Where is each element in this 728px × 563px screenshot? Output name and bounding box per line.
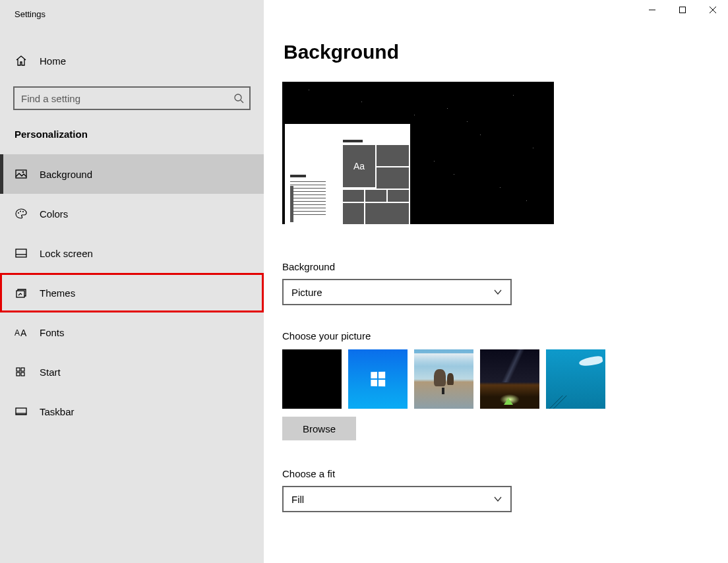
sidebar-item-start[interactable]: Start xyxy=(0,352,264,392)
themes-icon xyxy=(15,286,28,299)
svg-point-3 xyxy=(22,171,24,173)
picture-thumb-2[interactable] xyxy=(348,349,408,409)
picture-thumbnails xyxy=(282,349,728,409)
svg-rect-17 xyxy=(16,413,26,415)
nav-label: Taskbar xyxy=(40,406,75,417)
taskbar-icon xyxy=(15,405,28,418)
main-panel: Background Aa xyxy=(264,0,728,563)
minimize-button[interactable] xyxy=(637,0,667,20)
fonts-icon: AA xyxy=(15,326,28,339)
home-label: Home xyxy=(40,55,66,67)
nav-label: Background xyxy=(40,169,92,180)
start-icon xyxy=(15,365,28,378)
search-input[interactable] xyxy=(13,86,251,110)
dropdown-value: Fill xyxy=(291,494,304,505)
search-icon xyxy=(233,93,244,104)
svg-rect-15 xyxy=(21,372,24,376)
svg-rect-14 xyxy=(16,372,20,376)
background-field: Background Picture xyxy=(282,261,728,305)
svg-point-0 xyxy=(235,94,241,101)
preview-aa: Aa xyxy=(343,145,375,187)
sidebar-item-colors[interactable]: Colors xyxy=(0,194,264,233)
nav-label: Fonts xyxy=(40,327,65,338)
picture-thumb-3[interactable] xyxy=(414,349,473,409)
svg-rect-19 xyxy=(680,7,686,13)
svg-rect-9 xyxy=(16,291,24,297)
desktop-preview: Aa xyxy=(282,82,554,224)
browse-button[interactable]: Browse xyxy=(282,417,356,440)
sidebar-item-taskbar[interactable]: Taskbar xyxy=(0,392,264,431)
sidebar: Settings Home Personalization Background xyxy=(0,0,264,563)
search-container xyxy=(13,86,251,110)
picture-thumb-4[interactable] xyxy=(480,349,539,409)
nav-label: Start xyxy=(40,367,61,378)
svg-point-6 xyxy=(22,211,24,212)
palette-icon xyxy=(15,207,28,220)
home-icon xyxy=(15,54,28,67)
picture-thumb-1[interactable] xyxy=(282,349,342,409)
window-controls xyxy=(637,0,728,20)
svg-rect-7 xyxy=(16,249,26,257)
maximize-button[interactable] xyxy=(667,0,698,20)
choose-picture-label: Choose your picture xyxy=(282,330,728,341)
svg-rect-13 xyxy=(21,368,24,371)
svg-rect-12 xyxy=(16,368,20,371)
background-label: Background xyxy=(282,261,728,272)
window-title: Settings xyxy=(0,9,264,19)
dropdown-value: Picture xyxy=(291,287,322,298)
close-button[interactable] xyxy=(698,0,728,20)
sidebar-item-themes[interactable]: Themes xyxy=(0,273,264,312)
svg-text:A: A xyxy=(15,328,20,338)
page-title: Background xyxy=(284,41,728,63)
fit-label: Choose a fit xyxy=(282,468,728,479)
chevron-down-icon xyxy=(493,494,502,504)
chevron-down-icon xyxy=(493,287,502,297)
svg-text:A: A xyxy=(20,328,27,338)
sidebar-item-fonts[interactable]: AA Fonts xyxy=(0,312,264,352)
nav-label: Colors xyxy=(40,208,68,220)
picture-icon xyxy=(15,167,28,181)
fit-dropdown[interactable]: Fill xyxy=(282,486,512,512)
sidebar-item-background[interactable]: Background xyxy=(0,154,264,194)
sidebar-item-lock-screen[interactable]: Lock screen xyxy=(0,233,264,273)
fit-field: Choose a fit Fill xyxy=(282,468,728,512)
section-label: Personalization xyxy=(0,129,264,140)
svg-rect-2 xyxy=(16,170,26,178)
home-nav[interactable]: Home xyxy=(0,47,264,74)
picture-thumb-5[interactable] xyxy=(546,349,605,409)
nav-label: Themes xyxy=(40,287,75,299)
svg-point-5 xyxy=(20,211,21,212)
background-dropdown[interactable]: Picture xyxy=(282,279,512,305)
svg-line-1 xyxy=(241,100,243,103)
nav-label: Lock screen xyxy=(40,248,93,259)
svg-point-4 xyxy=(18,212,19,214)
lock-screen-icon xyxy=(15,247,28,260)
